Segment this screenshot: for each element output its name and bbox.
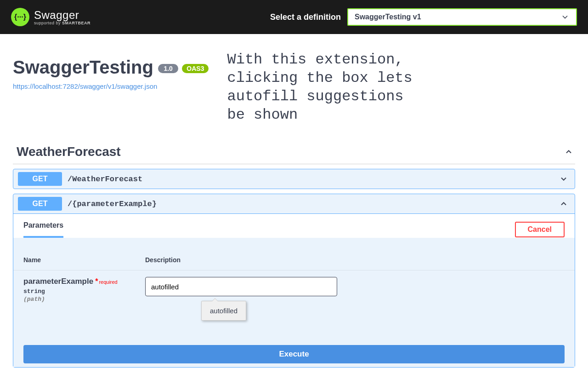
logo-subtext: supported by SMARTBEAR — [34, 21, 90, 25]
cancel-button[interactable]: Cancel — [515, 222, 565, 237]
operation-path: /WeatherForecast — [68, 175, 142, 184]
execute-button[interactable]: Execute — [23, 345, 565, 363]
parameter-name: parameterExample — [23, 277, 93, 286]
column-header-description: Description — [145, 256, 181, 264]
definition-selected-value: SwaggerTesting v1 — [355, 13, 421, 21]
definition-select-label: Select a definition — [270, 12, 341, 22]
oas-badge: OAS3 — [182, 64, 209, 73]
operation-weatherforecast: GET /WeatherForecast — [13, 169, 575, 189]
spec-url-link[interactable]: https://localhost:7282/swagger/v1/swagge… — [13, 82, 209, 90]
api-title: SwaggerTesting — [13, 57, 153, 77]
parameters-tab[interactable]: Parameters — [23, 221, 63, 238]
chevron-up-icon — [564, 147, 573, 156]
chevron-up-icon — [559, 199, 568, 208]
tag-name: WeatherForecast — [17, 144, 121, 159]
operation-summary[interactable]: GET /{parameterExample} — [13, 194, 575, 213]
required-star-icon: * — [95, 277, 98, 285]
operation-parameterexample: GET /{parameterExample} Parameters Cance… — [13, 194, 575, 368]
swagger-logo-icon: {···} — [11, 8, 29, 26]
chevron-down-icon — [560, 12, 570, 22]
autofill-suggestion[interactable]: autofilled — [201, 301, 246, 321]
logo-text: Swagger — [34, 9, 90, 22]
definition-select[interactable]: SwaggerTesting v1 — [347, 8, 577, 26]
topbar: {···} Swagger supported by SMARTBEAR Sel… — [0, 0, 588, 34]
column-header-name: Name — [23, 256, 145, 264]
method-badge-get: GET — [18, 172, 62, 186]
operation-summary[interactable]: GET /WeatherForecast — [13, 169, 575, 189]
method-badge-get: GET — [18, 197, 62, 211]
annotation-text: With this extension, clicking the box le… — [227, 51, 412, 124]
required-label: required — [99, 279, 117, 285]
parameter-type: string — [23, 288, 145, 295]
parameter-input[interactable] — [145, 277, 337, 296]
tag-header[interactable]: WeatherForecast — [13, 141, 575, 164]
operation-path: /{parameterExample} — [68, 200, 157, 208]
version-badge: 1.0 — [158, 64, 178, 73]
chevron-down-icon — [559, 174, 568, 184]
logo: {···} Swagger supported by SMARTBEAR — [11, 8, 90, 26]
parameter-row: parameterExample*required string (path) … — [13, 270, 575, 312]
parameter-location: (path) — [23, 296, 145, 303]
